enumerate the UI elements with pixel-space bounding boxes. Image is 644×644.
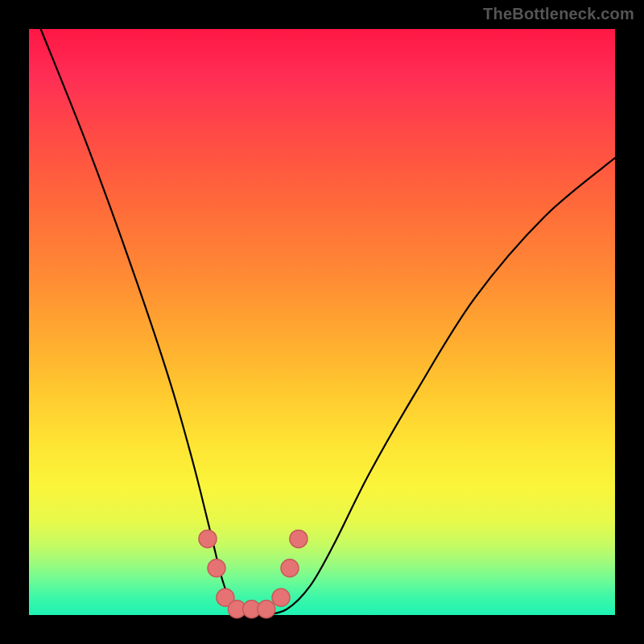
bottleneck-curve (41, 29, 615, 616)
marker-dot (258, 601, 275, 618)
chart-svg (29, 29, 615, 615)
chart-plot-area (29, 29, 615, 615)
marker-dot (272, 588, 290, 606)
watermark-text: TheBottleneck.com (483, 5, 634, 23)
marker-dot (281, 559, 299, 577)
marker-dot (290, 530, 308, 547)
marker-dot (208, 559, 225, 577)
marker-dot (199, 530, 217, 547)
marker-cluster (199, 530, 308, 617)
chart-frame: TheBottleneck.com (0, 0, 644, 644)
